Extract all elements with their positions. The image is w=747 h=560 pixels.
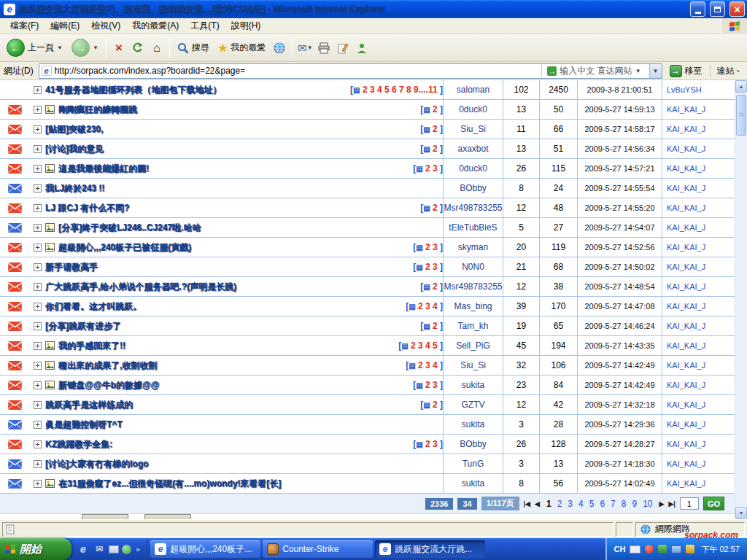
topic-page-links[interactable]: [▤ 2 ] xyxy=(420,104,443,114)
expand-icon[interactable]: + xyxy=(34,244,42,252)
menu-file[interactable]: 檔案(F) xyxy=(4,18,44,34)
expand-icon[interactable]: + xyxy=(34,381,42,389)
page-link[interactable]: 2 xyxy=(555,499,565,509)
last-poster-link[interactable]: KAI_KAI_J xyxy=(667,105,705,114)
expand-icon[interactable]: + xyxy=(34,303,42,311)
taskbar-task-button[interactable]: 跳跃服交流大厅跳... xyxy=(375,540,485,558)
page-link[interactable]: 9 xyxy=(630,499,639,509)
topic-author-link[interactable]: Msr498783255 xyxy=(444,281,502,292)
forward-button[interactable]: → ▼ xyxy=(68,37,102,58)
close-button[interactable]: × xyxy=(729,1,745,17)
topic-page-links[interactable]: [▤ 2 3 4 5 6 7 8 9....11 ] xyxy=(350,85,443,95)
last-poster-link[interactable]: KAI_KAI_J xyxy=(667,420,705,429)
back-dropdown-icon[interactable]: ▼ xyxy=(57,44,63,51)
address-dropdown-button[interactable]: ▼ xyxy=(649,64,662,78)
quick-launch-mail-icon[interactable]: ✉ xyxy=(93,542,106,556)
topic-title-link[interactable]: 新键盘@@牛b的數據@@ xyxy=(58,379,409,392)
topic-title-link[interactable]: 41号服务器地图循环列表（地图包下载地址） xyxy=(45,84,347,96)
forward-dropdown-icon[interactable]: ▼ xyxy=(93,44,98,51)
topic-author-link[interactable]: Tam_kh xyxy=(457,321,488,331)
home-button[interactable]: ⌂ xyxy=(148,39,166,57)
expand-icon[interactable]: + xyxy=(34,224,42,232)
topic-title-link[interactable]: 在31服偷窺了ez...但很奇怪呢(有....mo)wondy!來看看[长] xyxy=(58,478,443,490)
topic-author-link[interactable]: sukita xyxy=(462,419,484,429)
links-button[interactable]: 連結 » xyxy=(710,65,745,77)
topic-title-link[interactable]: 眞是超難控制呀T^T xyxy=(45,419,443,431)
expand-icon[interactable]: + xyxy=(34,145,42,153)
last-page-button[interactable]: ▶| xyxy=(668,500,675,508)
input-method-icon[interactable] xyxy=(630,545,640,553)
messenger-button[interactable] xyxy=(353,39,371,57)
topic-page-links[interactable]: [▤ 2 3 ] xyxy=(413,163,443,174)
topic-author-link[interactable]: GZTV xyxy=(462,400,485,410)
topic-title-link[interactable]: [分享]终于突破LJ246..CJ247啦.哈哈 xyxy=(58,222,443,234)
topic-author-link[interactable]: TunG xyxy=(462,459,484,469)
topic-title-link[interactable]: 跳跃高手是这样练成的 xyxy=(45,399,417,411)
topic-title-link[interactable]: 广大跳跃高手,给小弟说个服务器吧.?(声明是长跳) xyxy=(45,281,417,293)
first-page-button[interactable]: |◀ xyxy=(524,500,530,508)
topic-author-link[interactable]: skyman xyxy=(458,242,488,252)
topic-author-link[interactable]: N0N0 xyxy=(462,262,484,272)
expand-icon[interactable]: + xyxy=(34,86,42,94)
show-desktop-icon[interactable] xyxy=(109,545,119,553)
messenger-status-icon[interactable] xyxy=(658,545,667,553)
network-icon[interactable] xyxy=(671,545,681,553)
page-link[interactable]: 6 xyxy=(597,499,607,509)
mail-button[interactable]: ✉▼ xyxy=(296,39,314,57)
page-link[interactable]: 7 xyxy=(608,499,618,509)
topic-author-link[interactable]: 0duck0 xyxy=(459,104,487,114)
topic-author-link[interactable]: saloman xyxy=(457,85,489,95)
topic-page-links[interactable]: [▤ 2 3 ] xyxy=(413,242,443,252)
topic-page-links[interactable]: [▤ 2 ] xyxy=(420,203,443,213)
topic-page-links[interactable]: [▤ 2 ] xyxy=(420,124,443,134)
menu-edit[interactable]: 編輯(E) xyxy=(44,18,85,34)
topic-author-link[interactable]: axaxbot xyxy=(457,144,488,154)
expand-icon[interactable]: + xyxy=(34,165,42,173)
expand-icon[interactable]: + xyxy=(34,440,42,448)
topic-page-links[interactable]: [▤ 2 ] xyxy=(420,144,443,154)
cnnic-bar[interactable]: → 输入中文 直达网站 ▼ xyxy=(541,64,646,78)
page-link-current[interactable]: 1 xyxy=(544,499,554,509)
expand-icon[interactable]: + xyxy=(34,362,42,370)
topic-title-link[interactable]: KZ跳躍教学全集: xyxy=(45,438,409,451)
page-go-button[interactable]: GO xyxy=(703,497,724,510)
topic-author-link[interactable]: tEleTubBieS xyxy=(449,222,497,233)
topic-page-links[interactable]: [▤ 2 ] xyxy=(420,321,443,331)
quick-launch-messenger-icon[interactable] xyxy=(122,545,131,554)
last-poster-link[interactable]: KAI_KAI_J xyxy=(667,125,705,133)
page-link[interactable]: 8 xyxy=(619,499,629,509)
next-page-button[interactable]: ▶ xyxy=(659,500,665,508)
expand-icon[interactable]: + xyxy=(34,184,42,192)
restore-button[interactable] xyxy=(710,1,725,17)
topic-title-link[interactable]: 我LJ終於243 !! xyxy=(45,182,443,195)
favorites-button[interactable]: ★ 我的最愛 xyxy=(214,40,269,56)
topic-author-link[interactable]: sukita xyxy=(462,478,484,489)
last-poster-link[interactable]: KAI_KAI_J xyxy=(667,184,705,192)
start-button[interactable]: 開始 xyxy=(0,538,71,560)
topic-title-link[interactable]: 剛剛瘋狂的練轉圈跳 xyxy=(58,104,417,116)
scroll-thumb[interactable] xyxy=(736,95,746,136)
page-link[interactable]: 5 xyxy=(587,499,597,509)
taskbar-task-button[interactable]: 超級開心,,,240板子... xyxy=(150,540,260,558)
menu-view[interactable]: 檢視(V) xyxy=(85,18,126,34)
topic-page-links[interactable]: [▤ 2 3 4 ] xyxy=(406,301,443,311)
page-link[interactable]: 3 xyxy=(565,499,575,509)
last-poster-link[interactable]: LvBuYSH xyxy=(667,85,702,94)
last-poster-link[interactable]: KAI_KAI_J xyxy=(667,203,705,212)
last-poster-link[interactable]: KAI_KAI_J xyxy=(667,262,705,271)
topic-title-link[interactable]: 種出來的成果了,收割收割 xyxy=(58,359,402,372)
menu-favorites[interactable]: 我的最愛(A) xyxy=(126,18,185,34)
go-button[interactable]: → 移至 xyxy=(666,64,706,78)
last-poster-link[interactable]: KAI_KAI_J xyxy=(667,302,705,311)
topic-author-link[interactable]: Msr498783255 xyxy=(444,203,502,213)
last-poster-link[interactable]: KAI_KAI_J xyxy=(667,322,705,330)
address-input[interactable]: e http://sorpack.com/index.asp?boardid=2… xyxy=(39,63,662,79)
prev-page-button[interactable]: ◀ xyxy=(535,500,540,508)
last-poster-link[interactable]: KAI_KAI_J xyxy=(667,243,705,252)
expand-icon[interactable]: + xyxy=(34,283,42,291)
topic-page-links[interactable]: [▤ 2 ] xyxy=(420,281,443,292)
clock[interactable]: 下午 02:57 xyxy=(701,544,740,555)
topic-author-link[interactable]: BObby xyxy=(460,183,487,193)
last-poster-link[interactable]: KAI_KAI_J xyxy=(667,459,705,468)
back-button[interactable]: ← 上一頁 ▼ xyxy=(3,37,66,58)
